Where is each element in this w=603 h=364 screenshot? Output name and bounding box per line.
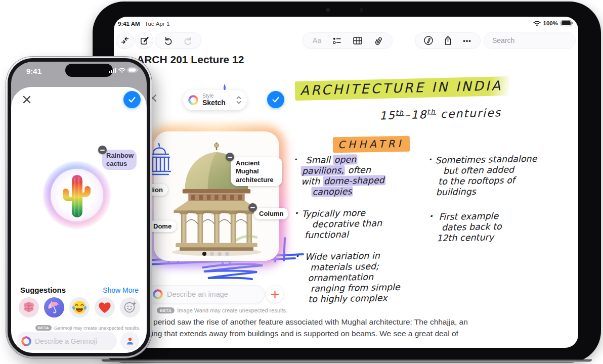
label-text: architecture <box>236 176 273 184</box>
style-value: Sketch <box>202 99 232 107</box>
compose-button[interactable] <box>135 32 153 49</box>
close-icon <box>21 94 32 105</box>
style-picker[interactable]: Style Sketch <box>183 90 247 110</box>
notes-column-left: Small open pavilions, often with dome-sh… <box>300 153 430 316</box>
brain-emoji-icon <box>22 302 36 313</box>
paragraph-line: s period saw the rise of another feature… <box>147 316 471 328</box>
collapse-button[interactable] <box>116 32 134 49</box>
label-dome[interactable]: Dome <box>148 220 177 232</box>
ipad-camera-icon <box>326 8 330 12</box>
variant-page-dots[interactable] <box>202 252 229 256</box>
redo-button[interactable] <box>181 34 194 47</box>
beta-text: Genmoji may create unexpected results. <box>54 325 140 331</box>
iphone-status-time: 9:41 <box>26 67 41 75</box>
person-icon <box>125 337 135 346</box>
laughing-emoji-icon <box>72 300 87 315</box>
checklist-button[interactable] <box>331 34 344 47</box>
more-button[interactable]: ••• <box>461 34 474 47</box>
dynamic-island <box>65 64 113 77</box>
checklist-icon <box>332 36 342 45</box>
note-paragraph: s period saw the rise of another feature… <box>147 316 471 339</box>
sub-sup: th <box>396 109 405 116</box>
genmoji-close-button[interactable] <box>21 94 34 107</box>
bullet-item: First example dates back to 12th century <box>436 210 563 244</box>
genmoji-accept-button[interactable] <box>123 91 141 108</box>
bullet-item: Typically more decorative than functiona… <box>302 207 428 241</box>
table-button[interactable] <box>351 34 364 47</box>
ipad-status-time: 9:41 AM <box>118 21 140 27</box>
label-ancient-mughal[interactable]: Ancient Mughal architecture <box>231 157 282 186</box>
handwritten-subheading: 15th–18th centuries <box>379 106 502 122</box>
heart-emoji-icon <box>98 301 112 314</box>
show-more-link[interactable]: Show More <box>103 286 139 294</box>
handwritten-heading: ARCHITECTURE IN INDIA <box>295 78 510 98</box>
bullet-item: Small open pavilions, often with dome-sh… <box>300 153 427 198</box>
attachment-button[interactable] <box>372 34 385 47</box>
suggestion-heart-emoji[interactable] <box>95 297 115 317</box>
describe-image-input[interactable] <box>167 290 262 298</box>
markup-button[interactable] <box>422 34 435 47</box>
format-group: Aa <box>303 32 393 49</box>
generated-image <box>154 131 279 261</box>
undo-button[interactable] <box>162 34 175 47</box>
sub-text: 15 <box>379 109 396 122</box>
more-icon: ••• <box>463 37 471 44</box>
genmoji-screen: 9:41 <box>11 62 147 353</box>
beta-disclaimer: BETA Image Wand may create unexpected re… <box>157 307 287 313</box>
sub-sup: th <box>427 108 436 115</box>
remove-label-column-button[interactable] <box>248 203 257 212</box>
label-text: Dome <box>153 222 171 230</box>
ipad-status-right: 100% <box>533 20 573 26</box>
checkmark-icon <box>271 96 280 104</box>
label-text: cactus <box>106 160 127 167</box>
suggestion-add-emoji-button[interactable] <box>120 297 140 317</box>
umbrella-emoji-icon <box>47 300 61 314</box>
table-icon <box>353 36 362 45</box>
wand-accept-button[interactable] <box>267 91 284 108</box>
genmoji-beta-disclaimer: BETA Genmoji may create unexpected resul… <box>35 325 140 331</box>
label-text: Ancient Mughal <box>236 159 260 175</box>
search-field[interactable] <box>484 32 576 49</box>
cellular-icon <box>109 68 116 73</box>
history-group <box>155 32 201 49</box>
style-labels: Style Sketch <box>202 94 232 106</box>
remove-genmoji-label-button[interactable] <box>98 146 107 154</box>
ipad-sensor-icon <box>360 8 363 12</box>
undo-icon <box>163 36 173 45</box>
remove-label-mughal-button[interactable] <box>226 153 234 161</box>
checkmark-icon <box>127 96 137 104</box>
suggestion-laughing-emoji[interactable] <box>69 297 90 317</box>
collapse-icon <box>120 36 130 45</box>
hero-canvas: 9:41 AM Tue Apr 1 100% <box>0 0 603 364</box>
handwritten-section-title: CHHATRI <box>333 138 410 151</box>
battery-percent: 100% <box>543 20 558 26</box>
battery-icon <box>127 67 139 73</box>
wifi-icon <box>533 21 541 26</box>
wifi-icon <box>118 68 125 73</box>
ipad-device: 9:41 AM Tue Apr 1 100% <box>93 2 601 362</box>
genmoji-sheet: Rainbow cactus <box>11 87 147 353</box>
section-text: CHHATRI <box>333 136 410 153</box>
beta-badge: BETA <box>35 325 52 331</box>
genmoji-person-button[interactable] <box>120 332 139 350</box>
share-button[interactable] <box>441 34 454 47</box>
text-format-button[interactable]: Aa <box>310 34 323 47</box>
apple-intelligence-icon <box>188 95 198 105</box>
describe-genmoji-field[interactable] <box>17 332 117 350</box>
plus-icon <box>271 290 279 299</box>
search-input[interactable] <box>492 36 578 44</box>
genmoji-label[interactable]: Rainbow cactus <box>102 150 137 170</box>
sub-text: centuries <box>436 106 501 120</box>
beta-text: Image Wand may create unexpected results… <box>177 307 287 313</box>
suggestion-umbrella-emoji[interactable] <box>44 297 64 317</box>
apple-intelligence-icon <box>21 336 31 346</box>
label-column[interactable]: Column <box>254 208 288 219</box>
label-text: Rainbow <box>106 152 134 159</box>
describe-genmoji-input[interactable] <box>35 337 112 345</box>
chevron-up-down-icon <box>236 96 242 105</box>
suggestion-brain-emoji[interactable] <box>19 297 39 317</box>
sub-text: –18 <box>404 108 427 121</box>
ipad-status-date: Tue Apr 1 <box>145 21 169 27</box>
iphone-device: 9:41 <box>6 57 152 358</box>
sketch-drip <box>221 83 228 94</box>
